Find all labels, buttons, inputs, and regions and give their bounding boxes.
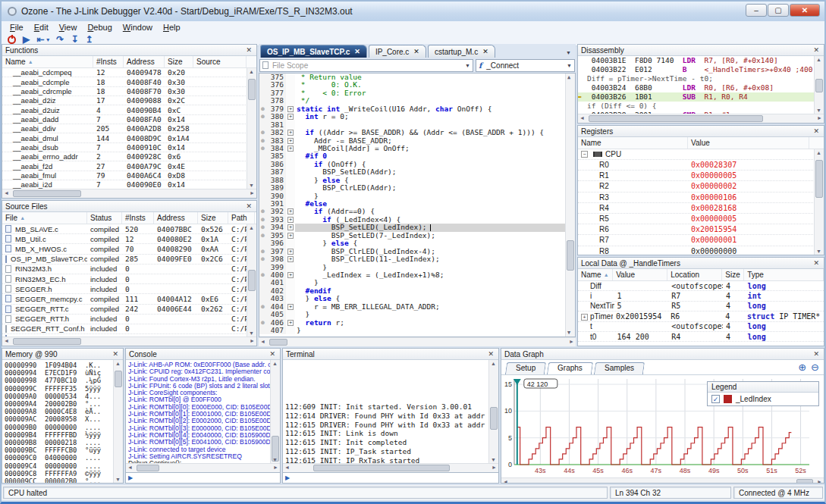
disassembly-line[interactable]: ➨ 04003B26 1B01 SUB R1, R0, R4 [578, 92, 824, 102]
register-row[interactable]: R80x00000000 [578, 246, 824, 255]
expand-icon[interactable]: + [287, 304, 294, 310]
console-log[interactable]: J-Link: AHB-AP ROM: 0xE00FF000 (Base add… [126, 360, 280, 463]
code-line[interactable]: ●400+ _LedIndex = (_LedIndex+1)%8; [259, 271, 575, 279]
expand-icon[interactable]: + [287, 224, 294, 230]
reset-icon[interactable]: ⇤ [36, 34, 44, 45]
code-line[interactable]: 377 * < 0: Error [259, 89, 575, 97]
disassembly-line[interactable]: if (Diff <= 0) { [578, 102, 824, 111]
fold-margin[interactable]: + [286, 129, 295, 136]
table-row[interactable]: RIN32M3.hincluded0C:/Pro [2, 265, 256, 274]
fold-margin[interactable] [286, 311, 295, 318]
breakpoint-margin[interactable] [259, 264, 266, 271]
disassembly-line[interactable]: 04003B22 E012 B <_HandleTimers>+0x40 ;40… [578, 65, 824, 74]
memory-row[interactable]: 000009B4 FFFFFFBD ½ÿÿÿ [5, 431, 121, 439]
breakpoint-margin[interactable] [259, 239, 266, 247]
code-line[interactable]: ●404+ r = MB_ERR_ILLEGAL_DATA_ADDR; [259, 303, 575, 311]
fold-margin[interactable] [286, 152, 295, 160]
breakpoint-margin[interactable] [259, 121, 266, 129]
table-row[interactable]: SEGGER_RTT_Conf.hincluded0C:/Pro [2, 324, 256, 334]
fold-margin[interactable]: + [286, 216, 295, 224]
fold-margin[interactable] [286, 239, 295, 247]
registers-header[interactable]: NameValue [578, 137, 824, 149]
console-input[interactable]: ▶ [126, 472, 280, 483]
breakpoint-margin[interactable] [259, 200, 266, 208]
breakpoint-margin[interactable] [259, 184, 266, 192]
tab-os-ip-mb-slavetcp-c[interactable]: OS_IP_MB_SlaveTCP.c✕ [260, 45, 367, 58]
maximize-button[interactable]: ▢ [768, 4, 789, 17]
memory-row[interactable]: 000009B8 00000218 .... [5, 439, 121, 446]
breakpoint-margin[interactable]: ● [259, 319, 266, 327]
terminal-hscrollbar[interactable] [283, 463, 498, 472]
code-line[interactable]: 378 */ [259, 97, 575, 105]
disassembly-line[interactable]: Diff = pTimer->NextTime - t0; [578, 74, 824, 83]
variable-row[interactable]: Diff<outofscope>4long [578, 281, 824, 291]
fold-margin[interactable]: + [286, 145, 295, 152]
table-row[interactable]: __aeabi_i2d7040090E00x14 [2, 180, 256, 189]
memory-row[interactable]: 000009AC 20008958 X... [5, 415, 121, 423]
zoom-out-icon[interactable]: ⊖ [811, 362, 819, 373]
breakpoint-margin[interactable]: ● [259, 271, 266, 279]
breakpoint-margin[interactable] [259, 168, 266, 176]
breakpoint-margin[interactable]: ● [259, 232, 266, 239]
menu-item-help[interactable]: Help [158, 22, 186, 33]
close-icon[interactable]: ✕ [813, 259, 821, 267]
breakpoint-margin[interactable] [259, 287, 266, 295]
breakpoint-margin[interactable]: ● [259, 113, 266, 121]
column-header[interactable]: Path [228, 212, 255, 224]
console-vscrollbar[interactable] [270, 360, 280, 463]
code-line[interactable]: ●382+ if ((Addr >= BASE_ADDR) && (Addr <… [259, 129, 575, 136]
step-out-icon[interactable]: ↥ [85, 34, 93, 45]
zoom-in-icon[interactable]: ⊕ [798, 362, 806, 373]
close-icon[interactable]: ✕ [813, 350, 821, 358]
breakpoint-margin[interactable]: ● [259, 255, 266, 263]
column-header[interactable]: Address [124, 56, 165, 67]
register-row[interactable]: R70x00000001 [578, 235, 824, 246]
code-line[interactable]: ●379+static int _WriteCoil(U16 Addr, cha… [259, 105, 575, 113]
code-line[interactable]: 396 } else { [259, 239, 575, 247]
table-row[interactable]: OS_IP_MB_SlaveTCP.ccompiled28504009FE00x… [2, 255, 256, 265]
variable-row[interactable]: t<outofscope>4long [578, 322, 824, 332]
breakpoint-margin[interactable]: ● [259, 303, 266, 311]
disassembly-line[interactable]: 04003B24 68B0 LDR R0, [R6, #+0x08] [578, 83, 824, 92]
column-header[interactable]: Size [165, 56, 193, 67]
fold-margin[interactable] [286, 168, 295, 176]
close-icon[interactable]: ✕ [813, 127, 821, 135]
source-files-header[interactable]: File▲Status#InstsAddressSizePath [2, 212, 256, 224]
column-header[interactable]: Status [87, 212, 122, 224]
table-row[interactable]: __aeabi_cdcmpeq12040094780x20 [2, 68, 256, 77]
fold-margin[interactable]: + [286, 319, 295, 327]
table-row[interactable]: __aeabi_cdrcmple1804008F700x30 [2, 87, 256, 96]
menu-item-window[interactable]: Window [118, 22, 158, 33]
breakpoint-margin[interactable] [259, 295, 266, 302]
terminal-log[interactable]: 112:609 INIT: Init started. Version 3.00… [283, 360, 498, 463]
breakpoint-margin[interactable] [259, 327, 266, 334]
table-row[interactable]: SEGGER_RTT.hincluded0C:/Pro [2, 315, 256, 324]
source-files-vscrollbar[interactable] [247, 224, 256, 337]
column-header[interactable]: Name▲ [578, 269, 613, 280]
tab-samples[interactable]: Samples [594, 362, 645, 374]
code-line[interactable]: 376 * 0: O.K. [259, 81, 575, 89]
code-line[interactable]: ●406+ return r; [259, 319, 575, 327]
close-icon[interactable]: ✕ [112, 350, 120, 358]
fold-margin[interactable] [286, 327, 295, 334]
fold-margin[interactable]: + [286, 208, 295, 215]
table-row[interactable]: __aeabi_dmul14404008D9C0x1A4 [2, 133, 256, 142]
code-line[interactable]: 389 BSP_ClrLED(Addr); [259, 184, 575, 192]
breakpoint-margin[interactable] [259, 89, 266, 97]
code-line[interactable]: 388 } else { [259, 177, 575, 184]
code-line[interactable]: ●397+ BSP_ClrLED(_LedIndex-4); [259, 248, 575, 255]
tab-setup[interactable]: Setup [505, 362, 546, 374]
memory-row[interactable]: 000009C8 FFFFFFA9 ©ÿÿÿ [5, 470, 121, 477]
variable-row[interactable]: i1R74int [578, 291, 824, 301]
memory-row[interactable]: 000009BC FFFFFCB0 °üÿÿ [5, 446, 121, 454]
table-row[interactable]: __aeabi_cdcmple1804008F400x30 [2, 77, 256, 86]
disassembly-listing[interactable]: 04003B1E F8D0 7140 LDR R7, [R0, #+0x140]… [578, 56, 824, 114]
variable-row[interactable]: NextTimeo5R54long [578, 302, 824, 311]
menu-item-edit[interactable]: Edit [29, 22, 54, 33]
step-into-icon[interactable]: ↧ [71, 34, 78, 45]
fold-margin[interactable]: + [286, 137, 295, 145]
expand-icon[interactable]: + [287, 138, 294, 144]
memory-row[interactable]: 00000998 4770BC10 .¼pG [5, 377, 121, 384]
code-line[interactable]: 391 #else [259, 200, 575, 208]
column-header[interactable]: File▲ [2, 212, 87, 224]
